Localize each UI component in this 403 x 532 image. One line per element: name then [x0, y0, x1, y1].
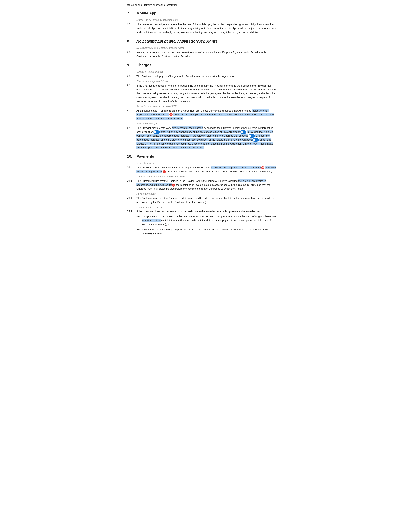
subsection-heading: Time for payment of charges following in…: [137, 175, 276, 178]
clause: 9.2If the Charges are based in whole or …: [127, 84, 276, 103]
clause-body: The Provider may elect to vary any eleme…: [137, 126, 276, 150]
clause-body: The Customer must pay the Charges by deb…: [137, 196, 276, 204]
section-heading: 9.Charges: [127, 63, 276, 67]
clause-body: The Customer shall pay the Charges to th…: [137, 74, 276, 78]
clause-text-segment: The Customer shall pay the Charges to th…: [137, 75, 235, 77]
clause-number: 8.1: [127, 50, 137, 58]
toggle-switch[interactable]: [240, 130, 246, 134]
subsection-heading: Time-base charges limitations: [137, 80, 276, 83]
clause-text-segment: The Provider shall issue invoices for th…: [137, 166, 211, 169]
clause-number: 10.4: [127, 209, 137, 237]
clause: 7.1The parties acknowledge and agree tha…: [127, 22, 276, 34]
clause-number: 10.3: [127, 196, 137, 204]
clause-text-segment: The Customer must pay the Charges to the…: [137, 179, 238, 182]
clause-body: If the Charges are based in whole or par…: [137, 84, 276, 103]
clause-text-segment: The Provider may elect to vary: [137, 127, 172, 129]
clause-body: Nothing in this Agreement shall operate …: [137, 50, 276, 58]
or-badge: or: [261, 166, 264, 169]
subsection-heading: Interest on late payments: [137, 206, 276, 209]
highlighted-text: from time to time: [142, 219, 161, 222]
clause-text-segment: on or after the invoicing dates set out …: [166, 170, 273, 173]
clause-text-segment: If the Charges are based in whole or par…: [137, 84, 276, 103]
list-item-label: (b): [137, 228, 140, 235]
section-title: No assignment of Intellectual Property R…: [137, 39, 217, 43]
toggle-switch[interactable]: [249, 134, 255, 138]
clause-text-segment: Nothing in this Agreement shall operate …: [137, 51, 267, 57]
clause-text-segment: The Customer must pay the Charges by deb…: [137, 196, 275, 203]
subsection-heading: Mobile App governed by separate terms: [137, 19, 276, 21]
clause-text-segment: The parties acknowledge and agree that t…: [137, 23, 276, 34]
section-heading: 8.No assignment of Intellectual Property…: [127, 39, 276, 43]
or-badge: or: [170, 113, 173, 116]
intro-text: stored on the Platform prior to the rest…: [127, 3, 276, 6]
section-title: Payments: [137, 154, 154, 159]
subsection-heading: No assignments of intellectual property …: [137, 47, 276, 49]
highlighted-text: in advance of the period to which they r…: [211, 166, 261, 169]
section-heading: 10.Payments: [127, 154, 276, 159]
clause-text-segment: All amounts stated in or in relation to …: [137, 109, 252, 112]
clause-number: 9.4: [127, 126, 137, 150]
or-badge: or: [163, 170, 166, 173]
section-number: 7.: [127, 11, 133, 15]
toggle-switch[interactable]: [153, 130, 160, 134]
clause: 10.2The Customer must pay the Charges to…: [127, 179, 276, 191]
clause-number: 10.2: [127, 179, 137, 191]
list-item: (a)charge the Customer interest on the o…: [137, 214, 276, 226]
subsection-heading: Issue of invoices: [137, 162, 276, 165]
clause-text-segment: (which interest will accrue daily until …: [142, 219, 271, 226]
clause: 10.4If the Customer does not pay any amo…: [127, 209, 276, 237]
clause-list: (a)charge the Customer interest on the o…: [137, 214, 276, 235]
or-badge: or: [172, 184, 175, 187]
clause-number: 9.2: [127, 84, 137, 103]
subsection-heading: Obligation to pay charges: [137, 70, 276, 73]
clause-body: All amounts stated in or in relation to …: [137, 109, 276, 120]
section-number: 8.: [127, 39, 133, 43]
clause: 10.3The Customer must pay the Charges by…: [127, 196, 276, 204]
clause: 8.1Nothing in this Agreement shall opera…: [127, 50, 276, 58]
clause: 9.3All amounts stated in or in relation …: [127, 109, 276, 120]
clause-body: The Provider shall issue invoices for th…: [137, 166, 276, 174]
clause: 9.4The Provider may elect to vary any el…: [127, 126, 276, 150]
highlighted-text: any element of the Charges: [172, 127, 203, 129]
clause-text-segment: charge the Customer interest on the over…: [142, 215, 276, 218]
clause: 10.1The Provider shall issue invoices fo…: [127, 166, 276, 174]
clause-body: If the Customer does not pay any amount …: [137, 209, 276, 237]
list-item-label: (a): [137, 214, 140, 226]
subsection-heading: Amounts inclusive or exclusive of VAT: [137, 105, 276, 108]
section-title: Charges: [137, 63, 151, 67]
list-item-content: charge the Customer interest on the over…: [142, 214, 276, 226]
section-heading: 7.Mobile App: [127, 11, 276, 15]
clause-body: The Customer must pay the Charges to the…: [137, 179, 276, 191]
subsection-heading: Payment methods: [137, 192, 276, 195]
clause-number: 9.1: [127, 74, 137, 78]
highlighted-text: (or, if no such variation has occurred, …: [137, 142, 273, 149]
list-item-content: claim interest and statutory compensatio…: [142, 228, 276, 235]
clause-number: 10.1: [127, 166, 137, 174]
subsection-heading: Variation of charges: [137, 122, 276, 125]
clause: 9.1The Customer shall pay the Charges to…: [127, 74, 276, 78]
toggle-switch[interactable]: [252, 138, 259, 142]
clause-number: 7.1: [127, 22, 137, 34]
clause-number: 9.3: [127, 109, 137, 120]
section-number: 9.: [127, 63, 133, 67]
clause-text-segment: claim interest and statutory compensatio…: [142, 228, 269, 235]
section-title: Mobile App: [137, 11, 157, 15]
clause-intro: If the Customer does not pay any amount …: [137, 210, 261, 213]
highlighted-text: expiring on any anniversary of the date …: [160, 130, 239, 133]
list-item: (b)claim interest and statutory compensa…: [137, 228, 276, 235]
clause-body: The parties acknowledge and agree that t…: [137, 22, 276, 34]
section-number: 10.: [127, 154, 133, 159]
